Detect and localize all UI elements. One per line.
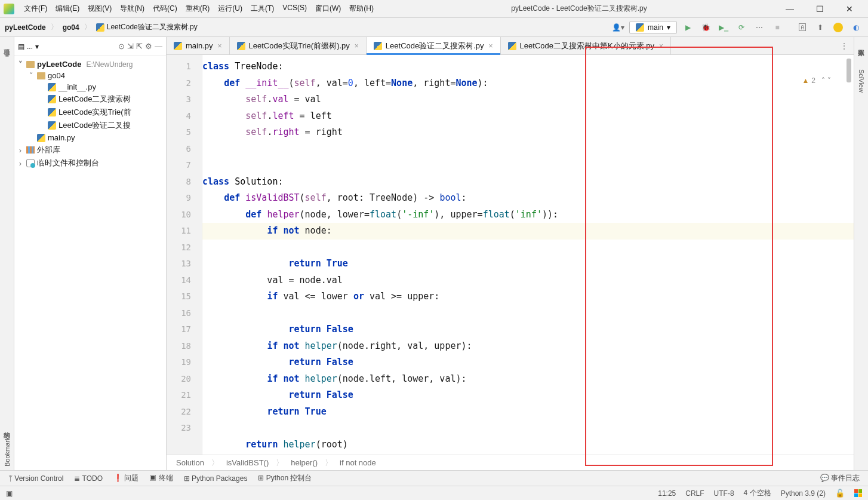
- attach-button[interactable]: ⋯: [752, 20, 767, 35]
- close-icon[interactable]: ×: [489, 42, 493, 50]
- tabs-more-icon[interactable]: ⋮: [835, 37, 854, 54]
- menu-navigate[interactable]: 导航(N): [116, 1, 148, 16]
- packages-tool-tab[interactable]: ⊞ Python Packages: [184, 474, 248, 483]
- hide-panel-icon[interactable]: ―: [155, 42, 162, 51]
- structure-tool-tab[interactable]: 结构: [1, 423, 13, 430]
- terminal-tool-tab[interactable]: ▣ 终端: [149, 473, 173, 483]
- menu-code[interactable]: 代码(C): [149, 1, 181, 16]
- indent-setting[interactable]: 4 个空格: [744, 488, 771, 498]
- project-tool-tab[interactable]: 项目: [1, 41, 13, 48]
- file-validate[interactable]: LeetCode验证二叉搜: [59, 120, 131, 131]
- line-number: 20: [167, 371, 191, 388]
- menu-refactor[interactable]: 重构(R): [182, 1, 214, 16]
- windows-icon[interactable]: [854, 489, 862, 497]
- bookmarks-tool-tab[interactable]: Bookmarks: [2, 430, 12, 470]
- file-init[interactable]: __init__.py: [59, 82, 96, 91]
- collapse-all-icon[interactable]: ⇱: [136, 42, 143, 51]
- tab-main[interactable]: main.py×: [167, 37, 230, 54]
- breadcrumb-item[interactable]: if not node: [340, 458, 376, 467]
- folder-icon: ▮: [5, 48, 10, 57]
- maximize-button[interactable]: ☐: [811, 4, 829, 14]
- line-number: 13: [167, 256, 191, 272]
- ide-features-icon[interactable]: [831, 20, 845, 35]
- close-icon[interactable]: ×: [218, 42, 222, 50]
- close-icon[interactable]: ×: [659, 42, 663, 50]
- tab-validate-bst[interactable]: LeetCode验证二叉搜索树.py×: [367, 37, 501, 54]
- code-editor[interactable]: class TreeNode: def __init__(self, val=0…: [202, 55, 854, 455]
- vertical-scrollbar[interactable]: [847, 59, 851, 82]
- menu-tools[interactable]: 工具(T): [247, 1, 278, 16]
- tab-kth[interactable]: LeetCode二叉搜索树中第K小的元素.py×: [501, 37, 671, 54]
- tab-trie[interactable]: LeetCode实现Trie(前缀树).py×: [230, 37, 367, 54]
- tab-label: LeetCode验证二叉搜索树.py: [386, 41, 484, 51]
- file-main[interactable]: main.py: [48, 133, 75, 142]
- file-bstk[interactable]: LeetCode二叉搜索树: [59, 94, 131, 105]
- database-tool-tab[interactable]: 数据库: [855, 41, 867, 48]
- line-separator[interactable]: CRLF: [685, 489, 704, 498]
- breadcrumb-item[interactable]: isValidBST(): [226, 458, 269, 467]
- chevron-up-icon[interactable]: ˄: [821, 76, 825, 85]
- breadcrumb-item[interactable]: helper(): [291, 458, 318, 467]
- select-opened-file-icon[interactable]: ⊙: [118, 42, 125, 51]
- line-number: 2: [167, 75, 191, 92]
- debug-button[interactable]: 🐞: [698, 20, 713, 35]
- profile-button[interactable]: ⟳: [734, 20, 749, 35]
- console-tool-tab[interactable]: ⊞ Python 控制台: [258, 473, 312, 483]
- menu-vcs[interactable]: VCS(S): [279, 1, 310, 16]
- close-window-button[interactable]: ✕: [841, 4, 858, 14]
- update-icon[interactable]: ⬆︎: [813, 20, 827, 35]
- minimize-button[interactable]: ―: [781, 4, 799, 14]
- python-file-icon: [508, 42, 516, 50]
- python-file-icon: [237, 42, 245, 50]
- tab-label: LeetCode实现Trie(前缀树).py: [249, 41, 350, 51]
- nav-breadcrumb[interactable]: pyLeetCode 〉 go04 〉 LeetCode验证二叉搜索树.py: [5, 22, 198, 32]
- vcs-tool-tab[interactable]: ᛘ Version Control: [8, 474, 63, 483]
- search-everywhere-button[interactable]: ◐: [849, 20, 863, 35]
- line-gutter[interactable]: 1 2 3 4 5 6 7 8 9 10 11 12 13 14 15 16 1…: [167, 55, 202, 455]
- problems-tool-tab[interactable]: ❗ 问题: [113, 473, 138, 483]
- event-log-tab[interactable]: 💬 事件日志: [820, 473, 860, 483]
- stop-button[interactable]: ■: [770, 20, 784, 35]
- menu-file[interactable]: 文件(F): [20, 1, 51, 16]
- expand-all-icon[interactable]: ⇲: [127, 42, 134, 51]
- folder-icon: [26, 61, 35, 68]
- dir-go04[interactable]: go04: [48, 71, 65, 80]
- chevron-down-icon[interactable]: ˅: [827, 76, 831, 85]
- coverage-button[interactable]: ▶⎯: [716, 20, 731, 35]
- project-root[interactable]: pyLeetCode: [37, 60, 81, 69]
- file-encoding[interactable]: UTF-8: [714, 489, 734, 498]
- run-config-selector[interactable]: main ▾: [629, 21, 677, 34]
- lock-icon[interactable]: 🔓: [835, 489, 845, 498]
- breadcrumb-item[interactable]: Solution: [176, 458, 204, 467]
- code-breadcrumb[interactable]: Solution 〉 isValidBST() 〉 helper() 〉 if …: [167, 455, 854, 470]
- scratches[interactable]: 临时文件和控制台: [37, 158, 99, 168]
- caret-position[interactable]: 11:25: [658, 489, 676, 498]
- close-icon[interactable]: ×: [355, 42, 359, 50]
- inspection-indicator[interactable]: ▲ 2 ˄ ˅: [802, 76, 831, 85]
- menu-run[interactable]: 运行(U): [214, 1, 246, 16]
- nav-bar: pyLeetCode 〉 go04 〉 LeetCode验证二叉搜索树.py 👤…: [0, 18, 868, 37]
- library-icon: [26, 146, 35, 154]
- run-button[interactable]: ▶: [681, 20, 695, 35]
- line-number: 9: [167, 190, 191, 207]
- crumb-root[interactable]: pyLeetCode: [5, 23, 46, 32]
- project-view-icon[interactable]: ▤: [18, 42, 24, 51]
- project-tree[interactable]: ˅pyLeetCodeE:\NewUnderg ˅go04 __init__.p…: [14, 56, 166, 172]
- todo-tool-tab[interactable]: ≣ TODO: [74, 474, 103, 483]
- external-libs[interactable]: 外部库: [37, 145, 60, 155]
- python-icon: [636, 23, 644, 32]
- project-view-select[interactable]: ...: [27, 42, 33, 51]
- menu-help[interactable]: 帮助(H): [346, 1, 377, 16]
- gear-icon[interactable]: ⚙: [145, 42, 152, 51]
- status-icon[interactable]: ▣: [6, 489, 13, 498]
- menu-view[interactable]: 视图(V): [84, 1, 115, 16]
- crumb-file[interactable]: LeetCode验证二叉搜索树.py: [107, 22, 198, 32]
- sciview-tool-tab[interactable]: SciView: [857, 66, 866, 96]
- interpreter[interactable]: Python 3.9 (2): [781, 489, 826, 498]
- file-trie[interactable]: LeetCode实现Trie(前: [59, 107, 131, 118]
- menu-edit[interactable]: 编辑(E): [52, 1, 83, 16]
- menu-window[interactable]: 窗口(W): [312, 1, 344, 16]
- user-icon[interactable]: 👤▾: [611, 20, 626, 35]
- crumb-dir[interactable]: go04: [63, 23, 79, 32]
- translate-icon[interactable]: 🄰: [795, 20, 809, 35]
